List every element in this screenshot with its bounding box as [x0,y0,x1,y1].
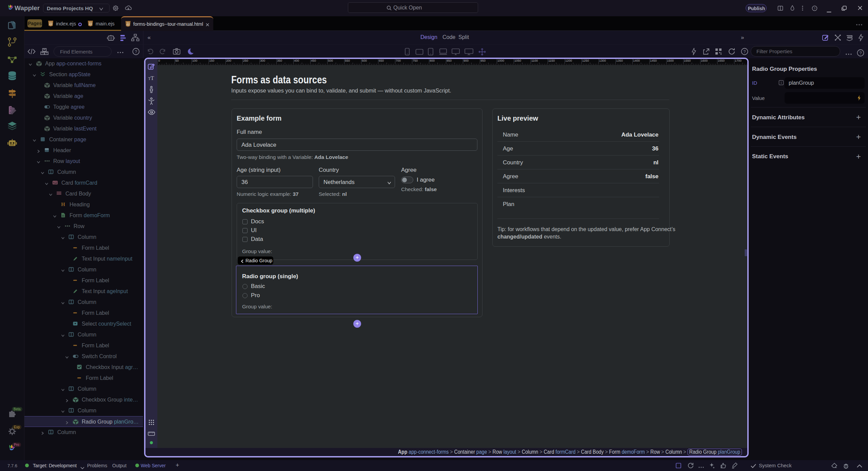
svg-text:?: ? [744,49,746,54]
svg-text:T: T [151,75,154,81]
svg-text:?: ? [814,6,815,10]
svg-text:?: ? [860,51,862,56]
svg-text:?: ? [135,49,137,54]
